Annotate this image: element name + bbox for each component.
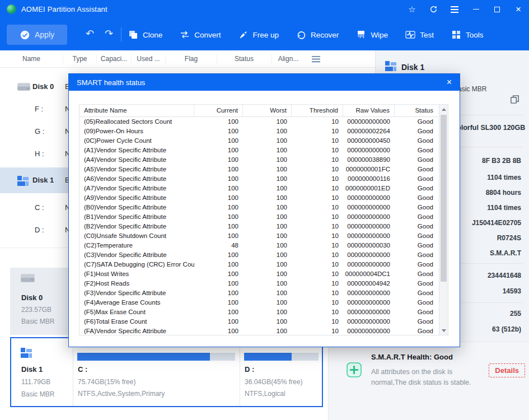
freeup-button[interactable]: Free up [238, 29, 279, 40]
cell-raw-values: 000000004DC1 [343, 269, 395, 279]
column-settings-icon[interactable] [311, 55, 321, 63]
property-value: 1104 times [487, 204, 521, 212]
smart-table-row[interactable]: (F3)Vendor Specific Attribute 100 100 10… [79, 288, 439, 298]
cell-current: 100 [194, 269, 243, 279]
smart-table-row[interactable]: (0C)Power Cycle Count 100 100 10 0000000… [79, 136, 439, 146]
scrollbar-thumb[interactable] [441, 115, 447, 282]
smart-table-row[interactable]: (A9)Vendor Specific Attribute 100 100 10… [79, 193, 439, 203]
partition-capacity: 75.74GB(15% free) [78, 378, 135, 386]
disk1-card[interactable]: Disk 1 111.79GB Basic MBR [11, 338, 73, 406]
cell-current: 100 [194, 193, 243, 203]
column-header-align[interactable]: Align... [271, 54, 305, 63]
column-header-name[interactable]: Name [0, 54, 63, 63]
cell-attribute-name: (05)Reallocated Sectors Count [79, 117, 194, 127]
table-scrollbar[interactable] [439, 105, 448, 335]
cell-attribute-name: (A5)Vendor Specific Attribute [79, 165, 194, 174]
cell-status: Good [395, 222, 439, 231]
cell-current: 100 [194, 136, 243, 146]
cell-status: Good [395, 317, 439, 326]
column-header-type[interactable]: Type [63, 54, 97, 63]
refresh-icon[interactable] [423, 0, 444, 18]
cell-worst: 100 [243, 317, 292, 326]
maximize-button[interactable] [486, 0, 508, 18]
partition-info: NTFS,Logical [245, 390, 285, 398]
column-header-used[interactable]: Used ... [132, 54, 166, 63]
partition-info: NTFS,Active,System,Primary [78, 390, 165, 398]
smart-table-row[interactable]: (A5)Vendor Specific Attribute 100 100 10… [79, 165, 439, 174]
cell-status: Good [395, 136, 439, 146]
smart-table-row[interactable]: (09)Power-On Hours 100 100 10 0000000022… [79, 127, 439, 136]
cell-attribute-name: (C0)Unsafe Shutdown Count [79, 231, 194, 241]
disk-name: Disk 0 [32, 76, 54, 98]
smart-table-row[interactable]: (A6)Vendor Specific Attribute 100 100 10… [79, 174, 439, 184]
minimize-button[interactable] [465, 0, 486, 18]
cell-current: 100 [194, 184, 243, 193]
smart-table-row[interactable]: (C2)Temperature 48 100 10 000000000030 G… [79, 241, 439, 250]
smart-table-row[interactable]: (B0)Vendor Specific Attribute 100 100 10… [79, 203, 439, 212]
smart-table-row[interactable]: (C3)Vendor Specific Attribute 100 100 10… [79, 250, 439, 260]
cell-current: 100 [194, 174, 243, 184]
smart-table-row[interactable]: (A4)Vendor Specific Attribute 100 100 10… [79, 155, 439, 165]
wipe-button[interactable]: Wipe [355, 29, 388, 40]
usage-bar-fill [77, 353, 210, 361]
cell-status: Good [395, 279, 439, 288]
column-header-flag[interactable]: Flag [166, 54, 217, 63]
recover-button[interactable]: Recover [296, 29, 339, 40]
partition-tile-c[interactable]: C : 75.74GB(15% free) NTFS,Active,System… [73, 338, 240, 406]
favorite-star-icon[interactable]: ☆ [401, 0, 423, 18]
partition-name: C : [78, 365, 87, 374]
menu-icon[interactable] [444, 0, 465, 18]
smart-table-row[interactable]: (05)Reallocated Sectors Count 100 100 10… [79, 117, 439, 127]
volume-name: F : [35, 98, 43, 120]
property-value: R0724S [497, 234, 521, 242]
smart-table-row[interactable]: (A7)Vendor Specific Attribute 100 100 10… [79, 184, 439, 193]
smart-table-row[interactable]: (F4)Average Erase Counts 100 100 10 0000… [79, 298, 439, 307]
test-button[interactable]: Test [405, 29, 434, 40]
cell-attribute-name: (A6)Vendor Specific Attribute [79, 174, 194, 184]
scroll-up-icon[interactable] [439, 105, 448, 114]
cell-worst: 100 [243, 241, 292, 250]
smart-table-row[interactable]: (F6)Total Erase Count 100 100 10 0000000… [79, 317, 439, 326]
cell-current: 100 [194, 127, 243, 136]
volume-name: H : [35, 143, 44, 165]
redo-button[interactable]: ↷ [105, 27, 113, 40]
cell-status: Good [395, 212, 439, 222]
col-threshold: Threshold [292, 105, 343, 116]
smart-table-row[interactable]: (F1)Host Writes 100 100 10 000000004DC1 … [79, 269, 439, 279]
cell-attribute-name: (FA)Vendor Specific Attribute [79, 326, 194, 335]
column-header-status[interactable]: Status [217, 54, 271, 63]
tools-label: Tools [466, 31, 484, 39]
undo-button[interactable]: ↶ [86, 27, 94, 40]
cell-threshold: 10 [292, 193, 343, 203]
smart-table-row[interactable]: (F5)Max Erase Count 100 100 10 000000000… [79, 307, 439, 317]
disk0-card[interactable]: Disk 0 223.57GB Basic MBR [10, 268, 70, 335]
cell-threshold: 10 [292, 117, 343, 127]
cell-raw-values: 000000000000 [343, 317, 395, 326]
smart-table-row[interactable]: (A1)Vendor Specific Attribute 100 100 10… [79, 146, 439, 155]
smart-table-row[interactable]: (F2)Host Reads 100 100 10 000000004942 G… [79, 279, 439, 288]
freeup-icon [238, 29, 249, 40]
apply-button[interactable]: Apply [7, 25, 67, 45]
smart-table-row[interactable]: (FA)Vendor Specific Attribute 100 100 10… [79, 326, 439, 335]
smart-table-row[interactable]: (B2)Vendor Specific Attribute 100 100 10… [79, 222, 439, 231]
cell-worst: 100 [243, 250, 292, 260]
column-header-capacity[interactable]: Capaci... [97, 54, 132, 63]
dialog-title: SMART health status [77, 78, 145, 87]
dialog-close-icon[interactable]: × [447, 78, 452, 87]
convert-button[interactable]: Convert [179, 29, 221, 40]
cell-raw-values: 000000000116 [343, 174, 395, 184]
smart-table-row[interactable]: (B1)Vendor Specific Attribute 100 100 10… [79, 212, 439, 222]
partition-tile-d[interactable]: D : 36.04GB(45% free) NTFS,Logical [240, 338, 323, 406]
tools-button[interactable]: Tools [451, 29, 484, 40]
cell-threshold: 10 [292, 307, 343, 317]
wipe-icon [355, 29, 367, 40]
close-button[interactable]: × [508, 0, 529, 18]
copy-icon[interactable] [509, 94, 520, 107]
scroll-down-icon[interactable] [439, 326, 448, 335]
clone-button[interactable]: Clone [128, 29, 162, 40]
smart-table-row[interactable]: (C7)SATA Debugging (CRC) Error Count 100… [79, 260, 439, 269]
details-button[interactable]: Details [489, 363, 525, 377]
hdd-icon [20, 273, 35, 286]
smart-table-row[interactable]: (C0)Unsafe Shutdown Count 100 100 10 000… [79, 231, 439, 241]
cell-current: 100 [194, 260, 243, 269]
